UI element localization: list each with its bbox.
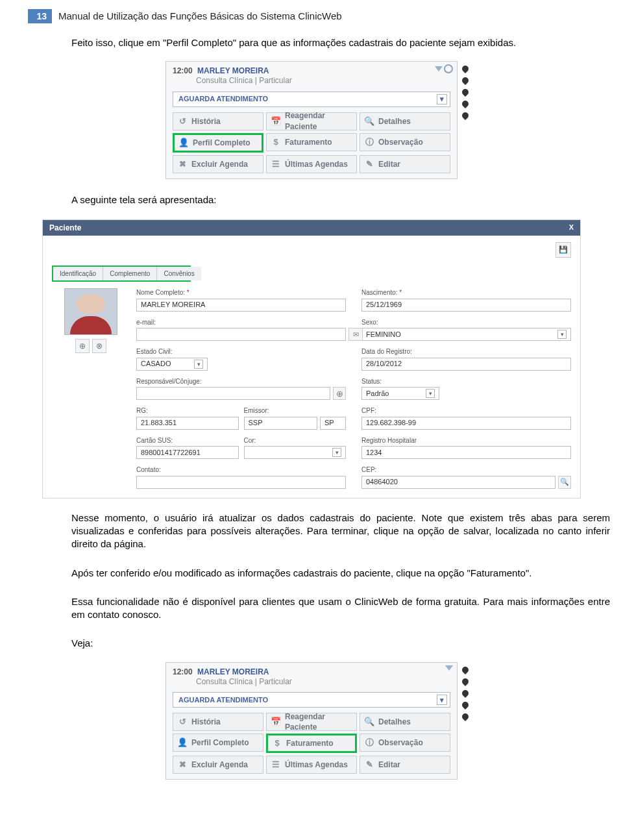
editar-button[interactable]: ✎Editar xyxy=(360,756,450,774)
input-emissor-orgao[interactable]: SSP xyxy=(244,417,318,430)
side-ticks xyxy=(462,66,469,119)
editar-label: Editar xyxy=(378,159,400,169)
input-contato[interactable] xyxy=(136,476,346,489)
estado-civil-value: CASADO xyxy=(141,359,171,369)
search-icon: 🔍 xyxy=(364,717,374,727)
label-nascimento: Nascimento: * xyxy=(361,288,571,297)
status-select[interactable]: AGUARDA ATENDIMENTO ▾ xyxy=(173,92,450,107)
excluir-label: Excluir Agenda xyxy=(191,159,248,169)
expand-icon[interactable] xyxy=(435,66,443,71)
side-ticks xyxy=(462,667,469,720)
status-select[interactable]: AGUARDA ATENDIMENTO ▾ xyxy=(173,692,450,708)
plus-icon: ⊕ xyxy=(79,341,86,351)
input-nome[interactable]: MARLEY MOREIRA xyxy=(136,299,346,312)
input-rg[interactable]: 21.883.351 xyxy=(136,417,239,430)
input-data-registro[interactable]: 28/10/2012 xyxy=(361,358,571,371)
form-body: ⊕ ⊗ Nome Completo: *MARLEY MOREIRA Nasci… xyxy=(43,282,580,498)
detalhes-button[interactable]: 🔍Detalhes xyxy=(360,112,450,130)
agenda-header: 12:00 MARLEY MOREIRA Consulta Clínica | … xyxy=(166,62,457,88)
remove-photo-button[interactable]: ⊗ xyxy=(92,339,106,353)
perfil-label: Perfil Completo xyxy=(193,138,250,148)
tick-icon xyxy=(461,665,470,674)
observacao-button[interactable]: ⓘObservação xyxy=(360,133,450,151)
input-cep[interactable]: 04864020 xyxy=(361,476,556,489)
paragraph-2: A seguinte tela será apresentada: xyxy=(0,184,623,213)
tick-icon xyxy=(461,712,470,721)
money-icon: $ xyxy=(272,738,282,748)
agenda-card: 12:00 MARLEY MOREIRA Consulta Clínica | … xyxy=(165,61,458,179)
send-mail-button[interactable]: ✉ xyxy=(348,328,363,341)
ultimas-label: Últimas Agendas xyxy=(285,159,348,169)
close-icon: ✖ xyxy=(177,159,188,169)
search-cep-button[interactable]: 🔍 xyxy=(558,476,571,489)
tab-complemento[interactable]: Complemento xyxy=(103,267,157,281)
paragraph-1: Feito isso, clique em "Perfil Completo" … xyxy=(0,27,623,56)
agenda-patient-name[interactable]: MARLEY MOREIRA xyxy=(197,667,269,677)
label-nome: Nome Completo: * xyxy=(136,288,346,297)
sexo-value: FEMININO xyxy=(366,330,401,340)
faturamento-label: Faturamento xyxy=(285,137,332,147)
perfil-completo-button[interactable]: 👤Perfil Completo xyxy=(173,734,263,752)
calendar-icon: 📅 xyxy=(271,717,281,727)
fields-grid: Nome Completo: *MARLEY MOREIRA Nasciment… xyxy=(136,288,571,489)
select-cor[interactable]: ▾ xyxy=(244,446,347,459)
excluir-button[interactable]: ✖Excluir Agenda xyxy=(173,756,263,774)
select-sexo[interactable]: FEMININO▾ xyxy=(361,328,571,341)
list-icon: ☰ xyxy=(271,760,281,770)
reagendar-button[interactable]: 📅Reagendar Paciente xyxy=(266,713,357,731)
observacao-button[interactable]: ⓘObservação xyxy=(360,734,450,752)
refresh-icon[interactable] xyxy=(444,64,453,73)
faturamento-button[interactable]: $Faturamento xyxy=(266,133,357,151)
tick-icon xyxy=(461,700,470,710)
detalhes-label: Detalhes xyxy=(378,717,411,727)
remove-icon: ⊗ xyxy=(96,341,103,351)
close-button[interactable]: X xyxy=(569,223,574,232)
input-nascimento[interactable]: 25/12/1969 xyxy=(361,299,571,312)
faturamento-button[interactable]: $Faturamento xyxy=(266,734,357,753)
label-cep: CEP: xyxy=(361,465,571,475)
historia-button[interactable]: ↺História xyxy=(173,713,263,731)
perfil-completo-button[interactable]: 👤Perfil Completo xyxy=(173,133,263,153)
label-cpf: CPF: xyxy=(361,406,571,415)
ultimas-button[interactable]: ☰Últimas Agendas xyxy=(266,756,357,774)
input-responsavel[interactable] xyxy=(136,387,330,400)
input-cpf[interactable]: 129.682.398-99 xyxy=(361,417,571,430)
save-button[interactable]: 💾 xyxy=(556,242,571,258)
select-estado-civil[interactable]: CASADO▾ xyxy=(136,358,208,371)
reagendar-label: Reagendar Paciente xyxy=(285,110,352,131)
expand-icon[interactable] xyxy=(445,665,453,671)
select-status[interactable]: Padrão▾ xyxy=(361,387,439,400)
agenda-top-icons xyxy=(435,64,453,73)
input-email[interactable] xyxy=(136,328,346,341)
plus-icon: ⊕ xyxy=(336,388,343,400)
label-rg: RG: xyxy=(136,406,239,415)
save-icon: 💾 xyxy=(559,245,568,254)
detalhes-button[interactable]: 🔍Detalhes xyxy=(360,713,450,731)
chevron-down-icon: ▾ xyxy=(332,448,341,457)
input-emissor-uf[interactable]: SP xyxy=(320,417,346,430)
editar-button[interactable]: ✎Editar xyxy=(360,155,450,173)
ultimas-label: Últimas Agendas xyxy=(285,760,348,770)
mail-icon: ✉ xyxy=(353,330,359,340)
agenda-patient-name[interactable]: MARLEY MOREIRA xyxy=(197,66,269,76)
tab-convenios[interactable]: Convênios xyxy=(157,267,201,281)
tab-identificacao[interactable]: Identificação xyxy=(53,267,103,281)
label-cor: Cor: xyxy=(244,436,347,445)
page-header: 13 Manual de Utilização das Funções Bási… xyxy=(0,0,623,27)
ultimas-button[interactable]: ☰Últimas Agendas xyxy=(266,155,357,173)
add-responsavel-button[interactable]: ⊕ xyxy=(333,387,346,400)
historia-button[interactable]: ↺História xyxy=(173,112,263,130)
add-photo-button[interactable]: ⊕ xyxy=(75,339,90,353)
excluir-button[interactable]: ✖Excluir Agenda xyxy=(173,155,263,173)
page-number: 13 xyxy=(36,10,47,23)
input-reg-hosp[interactable]: 1234 xyxy=(361,446,571,459)
form-tabs: Identificação Complemento Convênios xyxy=(52,266,191,282)
input-sus[interactable]: 898001417722691 xyxy=(136,446,239,459)
tick-icon xyxy=(461,99,470,108)
label-reg-hosp: Registro Hospitalar xyxy=(361,436,571,445)
reagendar-button[interactable]: 📅Reagendar Paciente xyxy=(266,112,357,130)
patient-form-screenshot: Paciente X 💾 Identificação Complemento C… xyxy=(0,213,623,502)
label-estado-civil: Estado Civil: xyxy=(136,347,346,356)
historia-label: História xyxy=(191,717,221,727)
label-status: Status: xyxy=(361,377,571,386)
